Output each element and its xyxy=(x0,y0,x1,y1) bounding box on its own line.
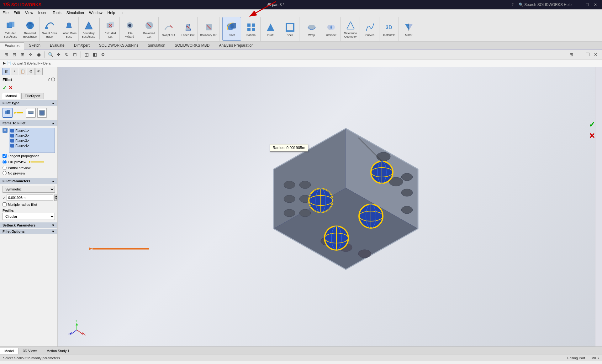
menu-tools[interactable]: Tools xyxy=(50,10,64,16)
face-item-1[interactable]: Face<1> xyxy=(9,128,55,133)
toolbar-fillet[interactable]: Fillet xyxy=(222,17,241,41)
extruded-cut-icon[interactable] xyxy=(104,19,117,32)
face-item-4[interactable]: Face<4> xyxy=(9,143,55,148)
toolbar-shell[interactable]: Shell xyxy=(281,17,299,41)
zoom-fit-icon[interactable]: ⊡ xyxy=(71,51,79,58)
toolbar-boundary-cut[interactable]: Boundary Cut xyxy=(198,17,219,41)
section-view-icon[interactable]: ◧ xyxy=(91,51,98,58)
menu-window[interactable]: Window xyxy=(87,10,105,16)
toolbar-extruded-boss[interactable]: ExtrudedBoss/Base xyxy=(1,17,20,41)
fillet-type-collapse[interactable]: ▲ xyxy=(51,101,55,105)
search-btn[interactable]: 🔍 Search SOLIDWORKS Help xyxy=(517,3,573,7)
items-to-fillet-collapse[interactable]: ▲ xyxy=(51,121,55,125)
tab-dimxpert[interactable]: DimXpert xyxy=(69,42,94,49)
revolved-cut-icon[interactable] xyxy=(143,19,156,32)
fillet-tab-filletxpert[interactable]: FilletXpert xyxy=(21,93,44,99)
lofted-cut-icon[interactable] xyxy=(182,21,194,34)
panel-nav-feature-manager[interactable]: ⋮ xyxy=(11,68,18,75)
radius-down[interactable]: ▼ xyxy=(54,198,57,201)
maximize-btn[interactable]: ☐ xyxy=(584,3,591,7)
fillet-cancel-btn[interactable]: ✕ xyxy=(8,85,13,91)
draft-icon[interactable] xyxy=(264,21,277,34)
minimize-btn[interactable]: — xyxy=(575,3,582,7)
toolbar-mirror[interactable]: Mirror xyxy=(399,17,418,41)
fillet-type-constant[interactable] xyxy=(3,108,13,118)
toolbar-hole-wizard[interactable]: HoleWizard xyxy=(120,17,139,41)
no-preview-radio[interactable] xyxy=(3,171,7,175)
tab-solidworks-mbd[interactable]: SOLIDWORKS MBD xyxy=(170,42,214,49)
view-settings-icon[interactable]: ⚙ xyxy=(99,51,107,58)
close-btn[interactable]: ✕ xyxy=(592,3,599,7)
panel-nav-display[interactable]: 👁 xyxy=(35,68,43,75)
fillet-options-collapse[interactable]: ▼ xyxy=(51,230,55,233)
bottom-tab-model[interactable]: Model xyxy=(0,348,18,354)
wrap-icon[interactable] xyxy=(305,21,318,34)
swept-boss-icon[interactable] xyxy=(43,19,56,32)
boundary-cut-icon[interactable] xyxy=(203,21,215,34)
bottom-tab-motion[interactable]: Motion Study 1 xyxy=(42,348,74,354)
toolbar-wrap[interactable]: Wrap xyxy=(302,17,321,41)
fillet-help-btn[interactable]: ? xyxy=(48,77,50,82)
toolbar-intersect[interactable]: Intersect xyxy=(322,17,341,41)
swept-cut-icon[interactable] xyxy=(162,21,175,34)
extruded-boss-icon[interactable] xyxy=(4,19,17,32)
tab-solidworks-addins[interactable]: SOLIDWORKS Add-Ins xyxy=(94,42,143,49)
toolbar-revolved-boss[interactable]: RevolvedBoss/Base xyxy=(21,17,40,41)
menu-simulation[interactable]: Simulation xyxy=(64,10,87,16)
radius-up[interactable]: ▲ xyxy=(54,195,57,198)
revolved-boss-icon[interactable] xyxy=(24,19,36,32)
face-list[interactable]: Face<1> Face<2> Face<3> xyxy=(9,128,55,153)
triad-icon[interactable]: ✛ xyxy=(27,51,34,58)
fillet-options-header[interactable]: Fillet Options ▼ xyxy=(0,229,57,234)
rotate-icon[interactable]: ↻ xyxy=(63,51,71,58)
radius-input[interactable] xyxy=(7,195,53,201)
shell-icon[interactable] xyxy=(284,21,296,34)
lofted-boss-icon[interactable] xyxy=(63,19,75,32)
items-to-fillet-header[interactable]: Items To Fillet ▲ xyxy=(0,120,57,126)
window-layout-icon[interactable]: ⊞ xyxy=(568,51,575,58)
symmetric-dropdown[interactable]: Symmetric Asymmetric xyxy=(3,186,55,193)
help-btn[interactable]: ? xyxy=(510,3,515,7)
toolbar-extruded-cut[interactable]: ExtrudedCut xyxy=(101,17,120,41)
fillet-tab-manual[interactable]: Manual xyxy=(2,93,20,99)
tangent-propagation-checkbox[interactable] xyxy=(3,154,7,158)
profile-dropdown[interactable]: Circular Conic Rho Conic Radius Curvatur… xyxy=(3,213,55,220)
pattern-icon[interactable] xyxy=(245,21,257,34)
toolbar-boundary-boss[interactable]: BoundaryBoss/Base xyxy=(79,17,98,41)
setback-collapse[interactable]: ▼ xyxy=(51,223,55,227)
bottom-tab-3dviews[interactable]: 3D Views xyxy=(18,348,42,354)
window-close-icon[interactable]: ✕ xyxy=(592,51,599,58)
tab-analysis-prep[interactable]: Analysis Preparation xyxy=(214,42,258,49)
setback-parameters-header[interactable]: Setback Parameters ▼ xyxy=(0,222,57,228)
partial-preview-radio[interactable] xyxy=(3,166,7,170)
fillet-type-variable[interactable] xyxy=(26,108,36,118)
face-item-2[interactable]: Face<2> xyxy=(9,133,55,138)
toolbar-pattern[interactable]: Pattern xyxy=(242,17,261,41)
panel-nav-properties[interactable]: ◧ xyxy=(3,68,10,75)
top-right-cancel[interactable]: ✕ xyxy=(589,132,595,140)
toolbar-curves[interactable]: Curves xyxy=(361,17,379,41)
tab-evaluate[interactable]: Evaluate xyxy=(45,42,69,49)
menu-pin[interactable]: → xyxy=(118,10,126,16)
display-style-icon[interactable]: ◫ xyxy=(83,51,90,58)
toolbar-draft[interactable]: Draft xyxy=(261,17,280,41)
multiple-radius-checkbox[interactable] xyxy=(3,202,7,206)
reference-geometry-icon[interactable] xyxy=(344,19,357,32)
toolbar-swept-cut[interactable]: Swept Cut xyxy=(159,17,178,41)
orientation-icon[interactable]: ⊟ xyxy=(11,51,18,58)
menu-insert[interactable]: Insert xyxy=(36,10,50,16)
part-tree-icon[interactable]: ⊞ xyxy=(19,51,26,58)
intersect-icon[interactable] xyxy=(325,21,337,34)
tab-sketch[interactable]: Sketch xyxy=(24,42,45,49)
fillet-accept-btn[interactable]: ✓ xyxy=(3,85,7,91)
viewport[interactable]: ✓ ✕ xyxy=(58,67,602,346)
appearance-icon[interactable]: ◉ xyxy=(35,51,43,58)
toolbar-lofted-cut[interactable]: Lofted Cut xyxy=(179,17,198,41)
tab-simulation[interactable]: Simulation xyxy=(143,42,170,49)
face-item-3[interactable]: Face<3> xyxy=(9,138,55,143)
instant3d-icon[interactable]: 3D xyxy=(383,21,396,34)
pan-icon[interactable]: ✥ xyxy=(55,51,62,58)
toolbar-revolved-cut[interactable]: RevolvedCut xyxy=(140,17,159,41)
toolbar-lofted-boss[interactable]: Lofted BossBase xyxy=(60,17,79,41)
window-restore-icon[interactable]: ❐ xyxy=(584,51,591,58)
